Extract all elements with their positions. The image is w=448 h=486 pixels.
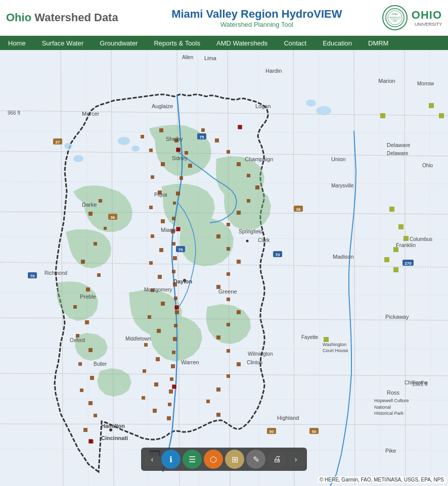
next-button[interactable]: ›	[289, 452, 303, 466]
svg-rect-127	[227, 247, 230, 251]
svg-text:36: 36	[111, 215, 115, 220]
print-button[interactable]: 🖨	[267, 450, 287, 469]
svg-text:Washington: Washington	[323, 342, 346, 347]
svg-text:UNIVERSITY: UNIVERSITY	[389, 16, 401, 19]
nav-item-surface-water[interactable]: Surface Water	[34, 36, 92, 50]
svg-rect-86	[76, 334, 79, 337]
grid-button[interactable]: ⊞	[225, 450, 244, 469]
svg-text:Champaign: Champaign	[245, 156, 273, 162]
list-button[interactable]: ☰	[183, 450, 202, 469]
ohio-university-seal: OHIO UNIVERSITY 1804	[382, 5, 408, 30]
svg-rect-140	[216, 413, 220, 417]
measure-button[interactable]: ✎	[246, 450, 265, 469]
svg-rect-87	[88, 348, 93, 352]
nav-item-home[interactable]: Home	[0, 36, 34, 50]
svg-point-49	[118, 137, 130, 145]
svg-rect-98	[161, 162, 165, 166]
svg-text:Preble: Preble	[80, 294, 96, 300]
svg-rect-71	[172, 351, 175, 354]
svg-text:Marion: Marion	[378, 78, 395, 84]
svg-text:Clinton: Clinton	[247, 360, 262, 365]
svg-text:Miami: Miami	[161, 227, 175, 233]
svg-rect-114	[154, 382, 158, 386]
nav-item-groundwater[interactable]: Groundwater	[92, 36, 146, 50]
svg-point-51	[73, 155, 83, 162]
svg-text:National: National	[374, 405, 391, 410]
svg-rect-89	[90, 376, 94, 380]
svg-text:Hopewell Culture: Hopewell Culture	[374, 398, 409, 403]
svg-text:Delaware: Delaware	[387, 151, 409, 156]
layers-button[interactable]: ⬡	[204, 450, 223, 469]
svg-rect-101	[149, 206, 153, 209]
nav-item-contact[interactable]: Contact	[276, 36, 315, 50]
ohio-name: OHIO	[412, 9, 442, 22]
svg-point-53	[316, 106, 331, 115]
svg-rect-124	[237, 211, 241, 215]
svg-rect-155	[429, 103, 434, 108]
svg-point-50	[131, 145, 140, 152]
svg-text:Hardin: Hardin	[265, 68, 282, 74]
svg-rect-103	[151, 234, 154, 238]
svg-text:Piqua: Piqua	[154, 192, 167, 198]
svg-rect-105	[149, 261, 153, 265]
svg-text:Clark: Clark	[258, 237, 270, 243]
prev-button[interactable]: ‹	[145, 452, 159, 466]
svg-text:Franklin: Franklin	[396, 242, 416, 248]
svg-rect-56	[185, 151, 188, 155]
svg-text:Wilmington: Wilmington	[248, 351, 273, 357]
info-button[interactable]: ℹ	[161, 450, 181, 469]
university-logo: OHIO UNIVERSITY 1804 OHIO UNIVERSITY	[382, 5, 442, 30]
svg-text:Columbus: Columbus	[410, 236, 432, 242]
svg-rect-96	[159, 128, 163, 132]
svg-rect-136	[237, 362, 241, 366]
svg-text:Warren: Warren	[181, 359, 199, 365]
svg-text:36: 36	[296, 207, 301, 212]
svg-text:Lima: Lima	[204, 55, 217, 61]
nav-item-education[interactable]: Education	[315, 36, 360, 50]
svg-text:50: 50	[312, 429, 317, 434]
svg-text:Cincinnati: Cincinnati	[101, 435, 128, 441]
svg-rect-122	[255, 185, 259, 189]
map-svg: 75 70 270 27 36 36 70 75 275 50 50 966 f	[0, 50, 448, 486]
svg-rect-84	[73, 305, 77, 309]
svg-rect-154	[324, 337, 329, 342]
svg-rect-111	[144, 343, 148, 347]
svg-text:Darke: Darke	[82, 202, 97, 208]
logo-rest: Watershed Data	[31, 11, 118, 24]
svg-text:Oxford: Oxford	[70, 337, 85, 343]
title-area: Miami Valley Region HydroVIEW Watershed …	[131, 8, 382, 28]
svg-rect-91	[88, 401, 93, 405]
svg-rect-156	[439, 113, 444, 118]
svg-text:Butler: Butler	[94, 361, 107, 367]
svg-rect-79	[104, 227, 107, 230]
svg-point-183	[246, 240, 249, 242]
svg-rect-57	[188, 164, 192, 168]
svg-text:75: 75	[178, 248, 183, 252]
svg-text:1804: 1804	[392, 20, 397, 22]
page-title: Miami Valley Region HydroVIEW	[131, 8, 382, 21]
svg-rect-110	[157, 329, 161, 333]
svg-rect-128	[237, 260, 241, 264]
svg-text:50: 50	[270, 429, 274, 434]
svg-rect-68	[175, 310, 179, 314]
map-toolbar: ‹ ℹ ☰ ⬡ ⊞ ✎ 🖨 ›	[141, 448, 307, 471]
svg-rect-95	[141, 135, 144, 138]
map-container[interactable]: 75 70 270 27 36 36 70 75 275 50 50 966 f	[0, 50, 448, 486]
nav-item-dmrm[interactable]: DMRM	[360, 36, 396, 50]
svg-rect-77	[99, 199, 102, 203]
nav-item-reports-tools[interactable]: Reports & Tools	[146, 36, 208, 50]
svg-text:Pickaway: Pickaway	[385, 314, 409, 320]
logo-ohio: Ohio	[6, 11, 31, 24]
svg-rect-133	[227, 323, 230, 326]
svg-rect-72	[171, 364, 175, 368]
svg-text:Highland: Highland	[277, 415, 299, 421]
svg-text:Ohio: Ohio	[422, 163, 433, 168]
svg-text:Greene: Greene	[218, 288, 237, 295]
svg-rect-58	[180, 176, 183, 180]
svg-rect-88	[78, 362, 82, 366]
svg-rect-63	[172, 242, 175, 246]
svg-text:Springfield: Springfield	[239, 229, 262, 234]
svg-rect-149	[398, 224, 404, 229]
nav-item-amd-watersheds[interactable]: AMD Watersheds	[208, 36, 276, 50]
svg-rect-123	[247, 199, 250, 203]
